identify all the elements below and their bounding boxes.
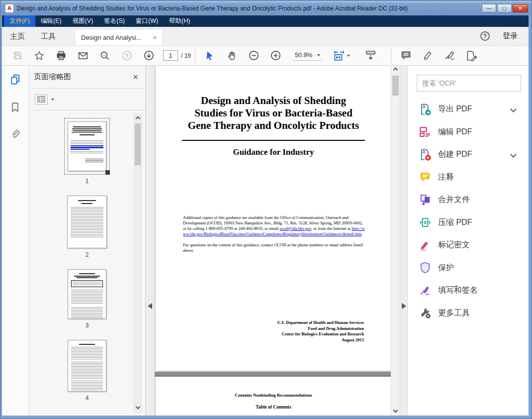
zoom-out-button[interactable] xyxy=(245,48,262,63)
tab-home[interactable]: 主页 xyxy=(2,27,33,45)
tool-comment[interactable]: 注释 xyxy=(408,166,529,189)
thumbnail-item: 3 xyxy=(68,269,106,329)
thumbnail-options-button[interactable] xyxy=(35,95,48,105)
minimize-button[interactable]: — xyxy=(482,4,496,12)
tab-document[interactable]: Design and Analysi... × xyxy=(75,29,163,45)
fill-sign-pen-icon xyxy=(419,284,432,297)
previous-page-arrow[interactable] xyxy=(148,303,152,309)
document-scrollbar[interactable] xyxy=(391,66,400,416)
tab-bar: 主页 工具 Design and Analysi... × ? 登录 xyxy=(2,27,529,46)
zoom-out-icon xyxy=(248,50,260,61)
thumbnail-resize-handle[interactable] xyxy=(105,170,110,175)
scrollbar-thumb[interactable] xyxy=(135,123,141,165)
menu-help[interactable]: 帮助(H) xyxy=(164,15,195,27)
highlight-button[interactable] xyxy=(419,48,436,63)
email-button[interactable] xyxy=(75,48,91,63)
select-tool-button[interactable] xyxy=(201,48,218,63)
tool-export-pdf[interactable]: 导出 PDF xyxy=(408,98,529,121)
panel-options-row xyxy=(29,89,145,110)
next-page-icon xyxy=(143,50,155,61)
document-paragraph: For questions on the content of this gui… xyxy=(183,242,365,253)
main-content: 页面缩略图 × xyxy=(2,66,529,416)
protect-shield-icon xyxy=(419,261,432,274)
tool-redact[interactable]: 标记密文 xyxy=(408,234,529,257)
options-list-icon xyxy=(37,96,45,103)
scroll-down-icon[interactable] xyxy=(135,405,140,410)
tool-label: 编辑 PDF xyxy=(438,127,472,137)
page-thumbnails-rail-button[interactable] xyxy=(9,74,21,88)
document-subtitle: Guidance for Industry xyxy=(156,147,391,157)
tool-label: 保护 xyxy=(438,263,454,273)
find-button[interactable] xyxy=(96,48,113,63)
panel-close-icon[interactable]: × xyxy=(133,72,138,82)
print-button[interactable] xyxy=(53,48,70,63)
navigation-rail xyxy=(2,66,29,416)
close-button[interactable]: ✕ xyxy=(513,4,528,12)
pdf-page-2[interactable]: Contains Nonbinding Recommendations Tabl… xyxy=(156,377,391,416)
tool-create-pdf[interactable]: 创建 PDF xyxy=(408,143,529,166)
page2-toc-title: Table of Contents xyxy=(156,405,391,410)
page-number-input[interactable] xyxy=(163,50,178,61)
create-pdf-icon xyxy=(419,148,432,161)
tool-label: 导出 PDF xyxy=(438,104,472,114)
next-page-arrow[interactable] xyxy=(402,303,406,309)
favorite-tool-button[interactable] xyxy=(31,48,48,63)
comment-button[interactable] xyxy=(397,48,414,63)
tab-close-icon[interactable]: × xyxy=(153,34,157,41)
tool-edit-pdf[interactable]: 编辑 PDF xyxy=(408,121,529,144)
zoom-level-dropdown[interactable]: 50.9% xyxy=(293,50,322,61)
page-thumbnails-icon xyxy=(9,74,21,86)
tool-label: 填写和签名 xyxy=(438,285,478,296)
page-count-label: / 19 xyxy=(181,52,191,59)
save-button[interactable] xyxy=(9,48,26,63)
scroll-up-icon[interactable] xyxy=(393,68,398,73)
menu-window[interactable]: 窗口(W) xyxy=(130,15,164,27)
tool-more-tools[interactable]: 更多工具 xyxy=(408,302,529,325)
maximize-button[interactable]: ▢ xyxy=(497,4,512,12)
bookmarks-rail-button[interactable] xyxy=(9,102,21,115)
help-icon[interactable]: ? xyxy=(480,31,490,41)
hand-tool-button[interactable] xyxy=(223,48,240,63)
thumbnails-scrollbar[interactable] xyxy=(134,114,142,413)
tab-tools[interactable]: 工具 xyxy=(33,27,64,45)
thumbnail-page-4[interactable] xyxy=(68,340,106,392)
window-title: Design and Analysis of Shedding Studies … xyxy=(17,5,482,12)
scroll-up-icon[interactable] xyxy=(135,116,140,121)
main-toolbar: / 19 50.9% xyxy=(2,46,529,66)
menu-edit[interactable]: 编辑(E) xyxy=(35,15,67,27)
tool-protect[interactable]: 保护 xyxy=(408,257,529,280)
thumbnail-page-1[interactable] xyxy=(64,118,110,175)
stamp-tools-button[interactable] xyxy=(463,48,480,63)
tool-fill-sign[interactable]: 填写和签名 xyxy=(408,279,529,302)
tool-label: 更多工具 xyxy=(438,308,470,318)
next-page-button[interactable] xyxy=(140,48,157,63)
menu-view[interactable]: 视图(V) xyxy=(67,15,99,27)
chevron-down-icon[interactable] xyxy=(510,106,517,112)
sign-in-button[interactable]: 登录 xyxy=(503,31,518,41)
document-canvas[interactable]: Design and Analysis of Shedding Studies … xyxy=(146,66,407,416)
scrollbar-thumb[interactable] xyxy=(392,76,399,96)
pdf-page-1[interactable]: Design and Analysis of Shedding Studies … xyxy=(156,66,391,371)
menu-bar: 文件(F) 编辑(E) 视图(V) 签名(S) 窗口(W) 帮助(H) xyxy=(2,15,529,27)
fit-width-button[interactable] xyxy=(330,48,352,63)
tool-label: 注释 xyxy=(438,172,454,183)
page-display-button[interactable] xyxy=(362,48,379,63)
email-link[interactable]: ocod@fda.hhs.gov xyxy=(279,226,311,231)
tool-combine-files[interactable]: 合并文件 xyxy=(408,189,529,211)
fill-sign-button[interactable] xyxy=(441,48,458,63)
page-separator xyxy=(155,372,392,377)
thumbnail-page-2[interactable] xyxy=(67,196,107,248)
tool-compress-pdf[interactable]: 压缩 PDF xyxy=(408,211,529,234)
export-pdf-icon xyxy=(419,103,432,116)
scroll-down-icon[interactable] xyxy=(393,408,398,413)
thumbnail-page-3[interactable] xyxy=(68,269,106,319)
tools-search-input[interactable] xyxy=(417,75,521,92)
menu-file[interactable]: 文件(F) xyxy=(4,15,35,27)
panel-title: 页面缩略图 xyxy=(34,72,133,82)
menu-sign[interactable]: 签名(S) xyxy=(98,15,130,27)
chevron-down-icon[interactable] xyxy=(510,151,517,158)
previous-page-button[interactable] xyxy=(118,48,135,63)
tool-label: 标记密文 xyxy=(438,240,470,250)
zoom-in-button[interactable] xyxy=(267,48,284,63)
attachments-rail-button[interactable] xyxy=(9,129,21,142)
